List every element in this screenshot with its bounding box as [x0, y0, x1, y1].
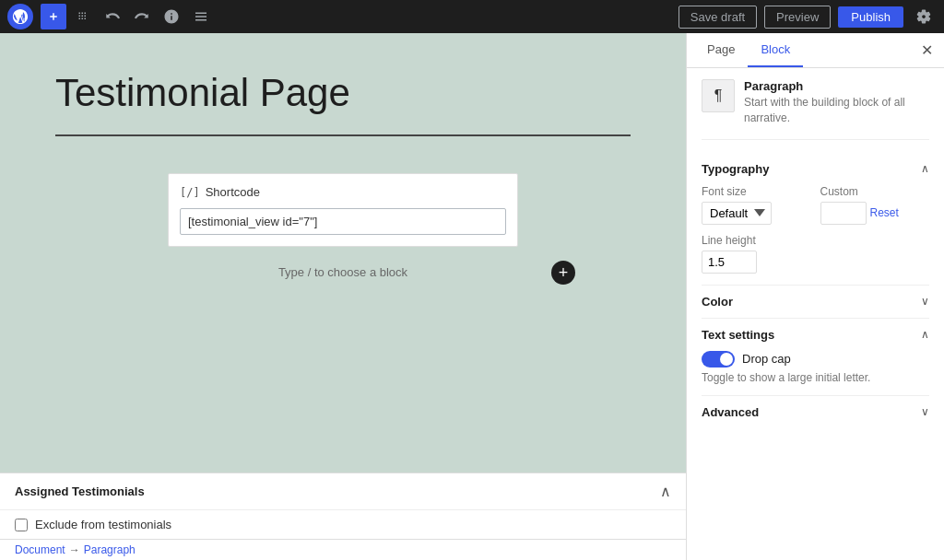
settings-button[interactable] — [911, 4, 937, 29]
add-block-inline-button[interactable]: + — [551, 261, 575, 285]
advanced-section: Advanced ∨ — [702, 396, 929, 428]
color-toggle-icon: ∨ — [921, 295, 929, 308]
preview-button[interactable]: Preview — [764, 6, 831, 29]
redo-button[interactable] — [129, 4, 155, 29]
typography-section: Typography ∧ Font size Default Custom — [702, 153, 929, 285]
color-section-header[interactable]: Color ∨ — [702, 286, 929, 318]
wp-logo-button[interactable] — [7, 4, 33, 29]
font-size-select[interactable]: Default — [702, 202, 772, 225]
document-link[interactable]: Document — [15, 543, 65, 556]
block-info-text: Paragraph Start with the building block … — [744, 79, 929, 126]
advanced-section-header[interactable]: Advanced ∨ — [702, 396, 929, 428]
text-settings-title: Text settings — [702, 328, 774, 342]
tab-page[interactable]: Page — [694, 33, 748, 67]
text-settings-header[interactable]: Text settings ∧ — [702, 319, 929, 351]
tools-button[interactable] — [70, 4, 96, 29]
top-toolbar: Save draft Preview Publish — [0, 0, 944, 33]
shortcode-input[interactable] — [180, 208, 506, 235]
custom-label: Custom — [820, 185, 930, 198]
font-size-reset-button[interactable]: Reset — [870, 206, 899, 219]
assigned-testimonials-toggle[interactable]: ∧ — [660, 483, 671, 500]
block-info: ¶ Paragraph Start with the building bloc… — [702, 79, 929, 140]
save-draft-button[interactable]: Save draft — [678, 6, 757, 29]
publish-button[interactable]: Publish — [838, 6, 903, 28]
shortcode-header: [/] Shortcode — [180, 185, 506, 199]
bottom-panel: Assigned Testimonials ∧ Exclude from tes… — [0, 472, 686, 539]
paragraph-block-icon: ¶ — [702, 79, 735, 112]
add-block-toolbar-button[interactable] — [41, 4, 66, 29]
list-view-button[interactable] — [188, 4, 214, 29]
assigned-testimonials-title: Assigned Testimonials — [15, 484, 145, 498]
page-title: Testimonial Page — [55, 70, 631, 116]
color-section: Color ∨ — [702, 286, 929, 318]
paragraph-link[interactable]: Paragraph — [84, 543, 136, 556]
exclude-checkbox[interactable] — [15, 519, 28, 531]
sidebar: Page Block ✕ ¶ Paragraph Start with the … — [686, 33, 944, 560]
block-name: Paragraph — [744, 79, 929, 93]
drop-cap-row: Drop cap — [702, 351, 929, 368]
shortcode-icon: [/] — [180, 186, 200, 199]
custom-wrap: Custom Reset — [820, 185, 930, 225]
undo-button[interactable] — [100, 4, 125, 29]
typography-section-content: Font size Default Custom Reset — [702, 185, 929, 285]
block-desc: Start with the building block of all nar… — [744, 95, 929, 126]
sidebar-tabs: Page Block ✕ — [687, 33, 944, 68]
add-block-placeholder-text: Type / to choose a block — [278, 265, 407, 279]
tab-block[interactable]: Block — [748, 33, 803, 67]
shortcode-label: Shortcode — [206, 185, 260, 199]
line-height-row: Line height — [702, 234, 929, 274]
drop-cap-label: Drop cap — [742, 352, 791, 366]
exclude-label[interactable]: Exclude from testimonials — [35, 518, 171, 531]
page-divider — [55, 134, 631, 136]
add-block-area: Type / to choose a block + — [55, 265, 631, 279]
custom-font-size-input[interactable] — [820, 202, 867, 225]
font-size-label: Font size — [702, 185, 811, 198]
shortcode-block[interactable]: [/] Shortcode — [168, 173, 518, 247]
sidebar-close-button[interactable]: ✕ — [917, 38, 937, 63]
sidebar-content: ¶ Paragraph Start with the building bloc… — [687, 68, 944, 560]
editor-area: Testimonial Page [/] Shortcode Type / to… — [0, 33, 686, 560]
line-height-input[interactable] — [702, 251, 757, 274]
text-settings-section: Text settings ∧ Drop cap Toggle to show … — [702, 319, 929, 395]
advanced-toggle-icon: ∨ — [921, 405, 929, 418]
typography-toggle-icon: ∧ — [921, 162, 929, 175]
assigned-testimonials-bar: Assigned Testimonials ∧ — [0, 473, 686, 510]
status-bar: Document → Paragraph — [0, 539, 686, 560]
text-settings-toggle-icon: ∧ — [921, 328, 929, 341]
font-size-row: Font size Default Custom Reset — [702, 185, 929, 225]
advanced-section-title: Advanced — [702, 405, 759, 419]
text-settings-content: Drop cap Toggle to show a large initial … — [702, 351, 929, 395]
main-layout: Testimonial Page [/] Shortcode Type / to… — [0, 33, 944, 560]
typography-section-title: Typography — [702, 162, 769, 176]
exclude-row: Exclude from testimonials — [0, 510, 686, 539]
color-section-title: Color — [702, 295, 733, 309]
editor-canvas: Testimonial Page [/] Shortcode Type / to… — [0, 33, 686, 472]
info-button[interactable] — [159, 4, 184, 29]
line-height-label: Line height — [702, 234, 929, 247]
toggle-slider — [702, 351, 735, 368]
status-arrow: → — [69, 543, 80, 556]
drop-cap-toggle[interactable] — [702, 351, 735, 368]
font-size-wrap: Font size Default — [702, 185, 811, 225]
typography-section-header[interactable]: Typography ∧ — [702, 153, 929, 185]
drop-cap-desc: Toggle to show a large initial letter. — [702, 371, 929, 384]
